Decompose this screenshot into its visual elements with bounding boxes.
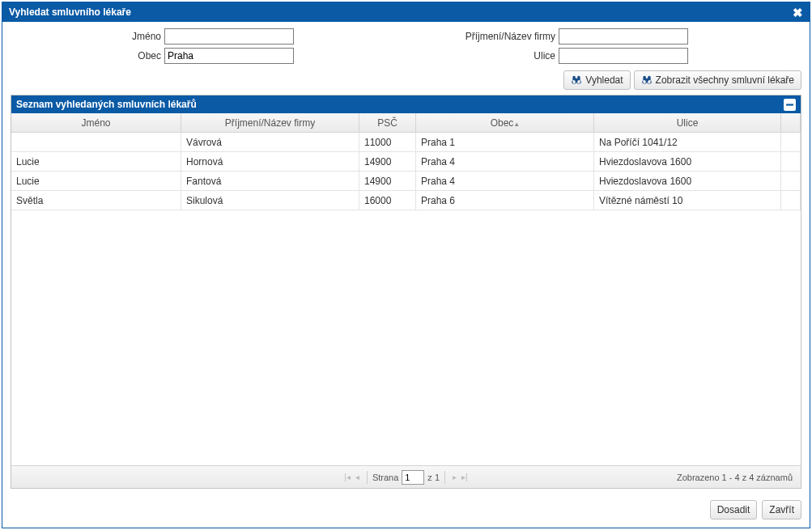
pager-last-icon[interactable]: ▸| (459, 473, 470, 481)
results-table: Jméno Příjmení/Název firmy PSČ Obec▴ Uli… (11, 113, 801, 133)
cell-ulice: Hviezdoslavova 1600 (594, 172, 781, 191)
show-all-button-label: Zobrazit všechny smluvní lékaře (656, 74, 794, 86)
table-header-row: Jméno Příjmení/Název firmy PSČ Obec▴ Uli… (11, 113, 801, 133)
pager-separator (444, 471, 445, 484)
search-form: Jméno Příjmení/Název firmy Obec Ulice (11, 28, 801, 64)
table-row[interactable]: Vávrová11000Praha 1Na Poříčí 1041/12 (11, 133, 801, 152)
results-panel-header: Seznam vyhledaných smluvních lékařů (11, 95, 801, 113)
cell-spacer (781, 191, 801, 210)
binoculars-icon (641, 74, 653, 86)
sort-indicator-icon: ▴ (515, 120, 519, 128)
col-spacer (781, 113, 801, 133)
dialog-search-doctor: Vyhledat smluvního lékaře ✖ Jméno Příjme… (2, 2, 810, 528)
table-row[interactable]: LucieFantová14900Praha 4Hviezdoslavova 1… (11, 172, 801, 191)
cell-jmeno: Lucie (11, 172, 181, 191)
collapse-icon[interactable] (784, 99, 796, 111)
col-prijmeni[interactable]: Příjmení/Název firmy (181, 113, 359, 133)
cell-jmeno (11, 133, 181, 152)
pager-status: Zobrazeno 1 - 4 z 4 záznamů (677, 473, 793, 482)
cell-prijmeni: Fantová (181, 172, 359, 191)
dialog-content: Jméno Příjmení/Název firmy Obec Ulice (2, 22, 810, 528)
obec-input[interactable] (164, 48, 294, 64)
cell-obec: Praha 4 (416, 172, 594, 191)
cell-prijmeni: Hornová (181, 152, 359, 172)
close-button[interactable]: Zavřít (762, 500, 801, 519)
search-button[interactable]: Vyhledat (563, 70, 630, 90)
cell-prijmeni: Vávrová (181, 133, 359, 152)
col-psc[interactable]: PSČ (359, 113, 416, 133)
cell-obec: Praha 4 (416, 152, 594, 172)
results-panel: Seznam vyhledaných smluvních lékařů (11, 95, 801, 489)
search-button-label: Vyhledat (585, 74, 623, 86)
col-jmeno[interactable]: Jméno (11, 113, 181, 133)
cell-ulice: Hviezdoslavova 1600 (594, 152, 781, 172)
prijmeni-input[interactable] (559, 28, 688, 45)
col-ulice[interactable]: Ulice (594, 113, 781, 133)
show-all-button[interactable]: Zobrazit všechny smluvní lékaře (634, 70, 801, 90)
dialog-titlebar: Vyhledat smluvního lékaře ✖ (2, 2, 810, 22)
cell-psc: 14900 (359, 172, 416, 191)
ulice-label: Ulice (534, 50, 559, 61)
close-icon[interactable]: ✖ (793, 6, 803, 19)
cell-psc: 11000 (359, 133, 416, 152)
table-row[interactable]: LucieHornová14900Praha 4Hviezdoslavova 1… (11, 152, 801, 172)
pager-page-input[interactable] (402, 470, 424, 485)
obec-label: Obec (100, 50, 164, 61)
cell-ulice: Vítězné náměstí 10 (594, 191, 781, 210)
cell-jmeno: Světla (11, 191, 181, 210)
cell-obec: Praha 1 (416, 133, 594, 152)
cell-prijmeni: Sikulová (181, 191, 359, 210)
cell-obec: Praha 6 (416, 191, 594, 210)
pager-prev-icon[interactable]: ◂ (353, 473, 362, 481)
grid-body[interactable]: Vávrová11000Praha 1Na Poříčí 1041/12Luci… (11, 133, 801, 465)
cell-spacer (781, 172, 801, 191)
pager-separator (367, 471, 368, 484)
pager-next-icon[interactable]: ▸ (450, 473, 459, 481)
cell-psc: 14900 (359, 152, 416, 172)
footer-buttons: Dosadit Zavřít (11, 489, 801, 519)
pager: |◂ ◂ Strana z 1 ▸ ▸| Zobrazeno 1 - 4 z 4… (11, 465, 801, 488)
cell-psc: 16000 (359, 191, 416, 210)
grid-wrap: Jméno Příjmení/Název firmy PSČ Obec▴ Uli… (11, 113, 801, 488)
pager-first-icon[interactable]: |◂ (342, 473, 353, 481)
table-row[interactable]: SvětlaSikulová16000Praha 6Vítězné náměst… (11, 191, 801, 210)
jmeno-label: Jméno (100, 31, 164, 42)
results-panel-title: Seznam vyhledaných smluvních lékařů (16, 99, 197, 110)
cell-spacer (781, 152, 801, 172)
jmeno-input[interactable] (164, 28, 294, 45)
cell-spacer (781, 133, 801, 152)
dialog-title: Vyhledat smluvního lékaře (9, 6, 131, 18)
pager-page-suffix: z 1 (427, 473, 440, 482)
prijmeni-label: Příjmení/Název firmy (466, 31, 559, 42)
search-button-row: Vyhledat Zobrazit všechny smluvní lékaře (11, 70, 801, 90)
insert-button[interactable]: Dosadit (710, 500, 758, 519)
cell-jmeno: Lucie (11, 152, 181, 172)
binoculars-icon (571, 74, 582, 86)
ulice-input[interactable] (559, 48, 688, 64)
cell-ulice: Na Poříčí 1041/12 (594, 133, 781, 152)
svg-rect-0 (786, 104, 793, 105)
pager-page-prefix: Strana (372, 473, 398, 482)
col-obec[interactable]: Obec▴ (416, 113, 594, 133)
